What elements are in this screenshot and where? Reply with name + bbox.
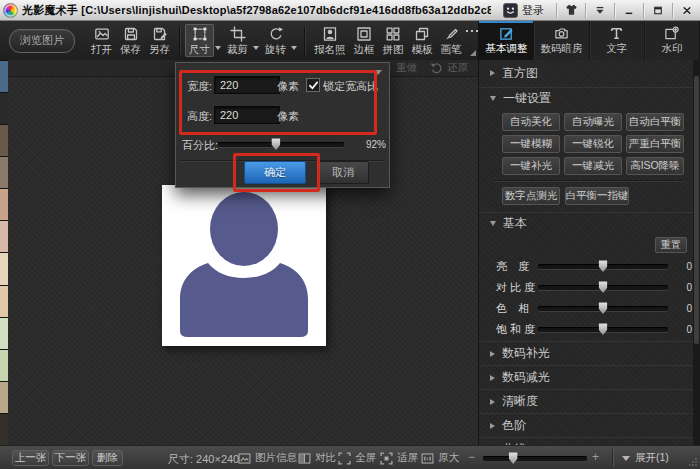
toolbar-item-label: 旋转 <box>265 44 286 55</box>
slider-label: 色 相 <box>496 301 538 316</box>
toolbar-item-save-as[interactable]: 另存 <box>145 24 174 57</box>
browse-images-button[interactable]: 浏览图片 <box>9 29 75 53</box>
section-collapsed-0[interactable]: 数码补光 <box>479 341 693 365</box>
original-size-button[interactable]: 原大 <box>421 451 459 465</box>
delete-image-button[interactable]: 删除 <box>92 450 123 466</box>
statusbar-separator <box>612 449 613 466</box>
section-collapsed-3[interactable]: 色阶 <box>479 413 693 437</box>
section-onekey-settings[interactable]: 一键设置 <box>479 87 693 109</box>
toolbar-item-crop[interactable]: 裁剪 <box>223 24 252 57</box>
onekey-button[interactable]: 高ISO降噪 <box>626 157 684 175</box>
close-icon <box>680 4 694 17</box>
width-input[interactable] <box>214 76 280 94</box>
expand-panel-button[interactable]: 展开(1) <box>622 451 669 465</box>
section-collapsed-2[interactable]: 清晰度 <box>479 389 693 413</box>
tab-watermark[interactable]: 水印 <box>645 21 700 60</box>
slider-track[interactable] <box>538 306 668 311</box>
thumbnail-fragment <box>0 286 8 317</box>
app-window: { "window": { "title_app": "光影魔术手", "tit… <box>0 0 700 469</box>
toolbar-item-id-photo[interactable]: 报名照 <box>310 24 350 57</box>
slider-track[interactable] <box>538 264 668 269</box>
slider-handle[interactable] <box>599 260 608 272</box>
zoom-slider-handle[interactable] <box>509 452 518 464</box>
adjust-slider-row: 色 相0 <box>479 298 693 319</box>
onekey-button[interactable]: 自动美化 <box>502 113 560 131</box>
compare-button[interactable]: 对比 <box>298 451 336 465</box>
collapsed-arrow-icon <box>490 351 495 357</box>
photo-image[interactable] <box>162 185 326 346</box>
dropdown-caret-icon[interactable] <box>291 46 297 50</box>
percent-slider-handle[interactable] <box>271 138 280 150</box>
section-histogram[interactable]: 直方图 <box>479 62 693 84</box>
cancel-button[interactable]: 取消 <box>317 161 369 184</box>
thumbnail-fragment <box>0 253 8 284</box>
fullscreen-button[interactable]: 全屏 <box>338 451 376 465</box>
resize-icon <box>192 26 208 42</box>
onekey-button[interactable]: 自动白平衡 <box>626 113 684 131</box>
scrollbar-thumb[interactable] <box>694 76 699 344</box>
dialog-collapse-icon[interactable] <box>374 70 382 75</box>
onekey-button[interactable]: 严重白平衡 <box>626 135 684 153</box>
thumbnail-fragment <box>0 157 8 188</box>
collapsed-arrow-icon <box>490 375 495 381</box>
tab-basic-adjust[interactable]: 基本调整 <box>479 21 534 60</box>
slider-handle[interactable] <box>599 281 608 293</box>
section-collapsed-4[interactable]: 曲线 <box>479 437 693 445</box>
dropdown-caret-icon[interactable] <box>253 46 259 50</box>
section-label: 清晰度 <box>502 393 538 410</box>
section-basic[interactable]: 基本 <box>479 212 693 234</box>
dropdown-caret-icon[interactable] <box>215 46 221 50</box>
onekey-button[interactable]: 一键补光 <box>502 157 560 175</box>
toolbar-item-brush[interactable]: 画笔 <box>437 24 466 57</box>
maximize-button[interactable] <box>648 2 668 18</box>
close-button[interactable] <box>677 2 697 18</box>
minimize-button[interactable] <box>619 2 639 18</box>
tab-darkroom[interactable]: 数码暗房 <box>534 21 589 60</box>
section-collapsed-1[interactable]: 数码减光 <box>479 365 693 389</box>
thumbnail-fragment <box>0 350 8 381</box>
panel-scrollbar[interactable] <box>693 60 700 445</box>
image-info-button[interactable]: 图片信息 <box>238 451 297 465</box>
theme-button[interactable] <box>561 2 581 18</box>
lock-aspect-checkbox[interactable] <box>306 78 320 92</box>
slider-track[interactable] <box>538 285 668 290</box>
toolbar-item-collage[interactable]: 拼图 <box>379 24 408 57</box>
ok-button[interactable]: 确定 <box>244 161 306 184</box>
zoom-out-button[interactable]: − <box>468 450 475 464</box>
toolbar-item-resize[interactable]: 尺寸 <box>185 24 214 57</box>
login-button[interactable]: 登录 <box>495 3 552 18</box>
status-bar: 上一张 下一张 删除 尺寸: 240×240 图片信息 对比 全屏 适屏 原大 … <box>0 445 700 469</box>
app-logo-icon <box>3 3 18 18</box>
collapse-button[interactable] <box>590 2 610 18</box>
filmstrip-edge[interactable] <box>0 60 8 445</box>
onekey-button[interactable]: 一键模糊 <box>502 135 560 153</box>
prev-image-button[interactable]: 上一张 <box>12 450 49 466</box>
titlebar-separator <box>614 3 615 18</box>
zoom-in-button[interactable]: + <box>592 450 599 464</box>
fit-screen-button[interactable]: 适屏 <box>380 451 418 465</box>
reset-button[interactable]: 重置 <box>655 237 687 253</box>
expanded-arrow-icon <box>490 96 496 101</box>
onekey-extra-button[interactable]: 白平衡一指键 <box>565 187 629 205</box>
onekey-button[interactable]: 一键锐化 <box>564 135 622 153</box>
next-image-button[interactable]: 下一张 <box>52 450 89 466</box>
toolbar-item-template[interactable]: 模板 <box>408 24 437 57</box>
onekey-button[interactable]: 自动曝光 <box>564 113 622 131</box>
slider-track[interactable] <box>538 327 668 332</box>
onekey-button[interactable]: 一键减光 <box>564 157 622 175</box>
toolbar-item-border[interactable]: 边框 <box>350 24 379 57</box>
toolbar-item-save[interactable]: 保存 <box>116 24 145 57</box>
onekey-extra-button[interactable]: 数字点测光 <box>502 187 560 205</box>
height-input[interactable] <box>214 106 280 124</box>
toolbar-item-rotate[interactable]: 旋转 <box>261 24 290 57</box>
collapsed-arrow-icon <box>490 399 495 405</box>
percent-slider-track[interactable] <box>218 142 344 147</box>
resize-grip-icon <box>688 457 698 467</box>
tab-text[interactable]: 文字 <box>590 21 645 60</box>
open-icon <box>94 26 110 42</box>
zoom-slider-track[interactable] <box>483 456 587 461</box>
restore-button[interactable]: 还原 <box>429 61 468 75</box>
slider-handle[interactable] <box>599 302 608 314</box>
slider-handle[interactable] <box>599 323 608 335</box>
toolbar-item-open[interactable]: 打开 <box>87 24 116 57</box>
